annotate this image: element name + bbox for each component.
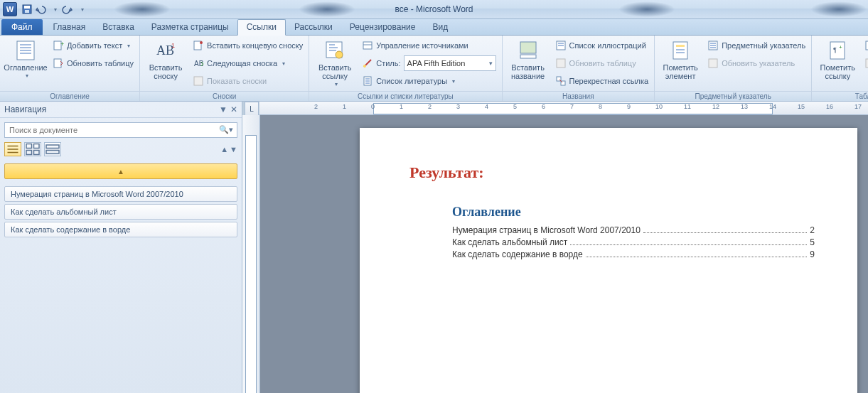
show-footnotes-button: Показать сноски <box>190 72 306 90</box>
insert-footnote-button[interactable]: AB1 Вставить сноску <box>143 37 188 82</box>
svg-point-18 <box>336 51 343 58</box>
navigation-views: ▲ ▼ <box>0 142 242 161</box>
nav-view-pages[interactable] <box>24 142 41 156</box>
svg-rect-10 <box>54 59 61 68</box>
add-text-icon: + <box>53 40 64 51</box>
tab-review[interactable]: Рецензирование <box>341 20 424 35</box>
style-select[interactable]: APA Fifth Edition <box>404 55 496 71</box>
toc-entry: Как сделать содержание в ворде 9 <box>409 249 815 259</box>
nav-item[interactable]: Как сделать альбомный лист <box>4 204 237 220</box>
tab-references[interactable]: Ссылки <box>237 19 286 36</box>
nav-item[interactable]: Нумерация страниц в Microsoft Word 2007/… <box>4 186 237 202</box>
tab-mailings[interactable]: Рассылки <box>286 20 341 35</box>
nav-view-headings[interactable] <box>4 142 21 156</box>
next-footnote-icon: AB <box>193 58 204 69</box>
nav-heading-list: Нумерация страниц в Microsoft Word 2007/… <box>4 186 237 237</box>
horizontal-ruler[interactable]: 210123456789101112131415161718 <box>259 102 868 115</box>
update-toc-button[interactable]: Обновить таблицу <box>50 55 136 72</box>
group-toa: ¶+ Пометить ссылку Таблица ссылок Обнови… <box>812 36 868 101</box>
nav-next-icon[interactable]: ▼ <box>230 145 237 154</box>
update-toa-button: Обновить таблицу <box>862 55 868 72</box>
svg-rect-35 <box>676 45 685 47</box>
update-tof-icon <box>555 58 567 69</box>
tab-home[interactable]: Главная <box>45 20 95 35</box>
insert-citation-button[interactable]: Вставить ссылку <box>312 37 358 91</box>
tab-page-layout[interactable]: Разметка страницы <box>143 20 237 35</box>
window-title: все - Microsoft Word <box>395 4 473 14</box>
mark-entry-button[interactable]: Пометить элемент <box>658 37 703 82</box>
next-footnote-button[interactable]: ABСледующая сноска <box>190 55 306 72</box>
table-of-figures-button[interactable]: Список иллюстраций <box>552 37 652 54</box>
word-app-icon: W <box>3 2 17 16</box>
navigation-panel: Навигация ▼ ✕ 🔍▾ ▲ ▼ ▲ Нумерация страниц… <box>0 102 242 393</box>
manage-sources-icon <box>362 40 373 51</box>
update-toa-icon <box>864 58 868 69</box>
add-text-button[interactable]: +Добавить текст <box>50 37 136 54</box>
save-icon[interactable] <box>21 4 33 15</box>
document-canvas[interactable]: Результат: Оглавление Нумерация страниц … <box>260 115 868 393</box>
svg-text:+: + <box>839 44 842 50</box>
tab-file[interactable]: Файл <box>1 19 43 35</box>
insert-endnote-button[interactable]: Вставить концевую сноску <box>190 37 306 54</box>
svg-rect-19 <box>363 42 372 49</box>
endnote-icon <box>193 40 204 51</box>
style-icon <box>362 58 373 69</box>
result-heading: Результат: <box>409 163 815 182</box>
svg-rect-52 <box>34 144 40 149</box>
tab-insert[interactable]: Вставка <box>94 20 143 35</box>
svg-point-21 <box>363 65 366 68</box>
cross-reference-button[interactable]: Перекрестная ссылка <box>552 72 652 90</box>
mark-citation-button[interactable]: ¶+ Пометить ссылку <box>815 37 860 82</box>
toc-entry-text: Нумерация страниц в Microsoft Word 2007/… <box>452 225 641 235</box>
insert-toa-icon <box>864 40 868 51</box>
svg-text:1: 1 <box>171 42 175 49</box>
search-input[interactable] <box>4 122 237 138</box>
svg-rect-31 <box>557 59 565 68</box>
vertical-ruler[interactable] <box>242 115 260 393</box>
group-toc: Оглавление +Добавить текст Обновить табл… <box>0 36 140 101</box>
update-toc-icon <box>53 58 64 69</box>
nav-close-icon[interactable]: ✕ <box>230 104 237 114</box>
toc-heading: Оглавление <box>409 205 815 220</box>
insert-toa-button[interactable]: Таблица ссылок <box>862 37 868 54</box>
navigation-title: Навигация <box>4 104 46 114</box>
citation-icon <box>323 39 346 62</box>
group-toc-label: Оглавление <box>0 91 139 101</box>
svg-text:+: + <box>60 41 64 48</box>
navigation-search: 🔍▾ <box>4 122 237 138</box>
toc-leader <box>643 225 807 233</box>
insert-index-button[interactable]: Предметный указатель <box>704 37 808 54</box>
toc-icon <box>14 39 37 62</box>
title-bar: W все - Microsoft Word <box>0 0 868 19</box>
tab-view[interactable]: Вид <box>424 20 456 35</box>
svg-point-14 <box>200 41 203 44</box>
toc-button[interactable]: Оглавление <box>3 37 48 82</box>
svg-rect-34 <box>673 42 687 59</box>
bibliography-button[interactable]: Список литературы <box>359 72 498 90</box>
toc-leader <box>570 237 807 245</box>
insert-footnote-label: Вставить сноску <box>144 63 187 80</box>
search-icon[interactable]: 🔍▾ <box>219 125 233 134</box>
nav-view-results[interactable] <box>44 142 61 156</box>
tof-icon <box>555 40 567 51</box>
svg-rect-51 <box>26 144 32 149</box>
group-toa-label: Таблица ссылок <box>812 91 868 101</box>
insert-caption-button[interactable]: Вставить название <box>505 37 551 82</box>
svg-rect-53 <box>26 151 32 155</box>
insert-citation-label: Вставить ссылку <box>314 63 356 80</box>
tab-selector[interactable]: L <box>245 102 259 116</box>
nav-current-indicator[interactable]: ▲ <box>4 163 237 179</box>
redo-icon[interactable] <box>62 4 73 15</box>
svg-rect-56 <box>46 151 59 154</box>
toc-entry-page: 5 <box>810 237 815 247</box>
undo-dropdown-icon[interactable] <box>48 4 60 15</box>
nav-prev-icon[interactable]: ▲ <box>220 145 228 154</box>
manage-sources-button[interactable]: Управление источниками <box>359 37 498 54</box>
toc-entry-text: Как сделать содержание в ворде <box>452 249 583 259</box>
nav-dropdown-icon[interactable]: ▼ <box>219 104 227 114</box>
undo-icon[interactable] <box>35 4 46 15</box>
qat-customize-icon[interactable] <box>75 4 87 15</box>
group-citations: Вставить ссылку Управление источниками С… <box>309 36 502 101</box>
svg-rect-26 <box>520 42 536 53</box>
nav-item[interactable]: Как сделать содержание в ворде <box>4 222 237 237</box>
